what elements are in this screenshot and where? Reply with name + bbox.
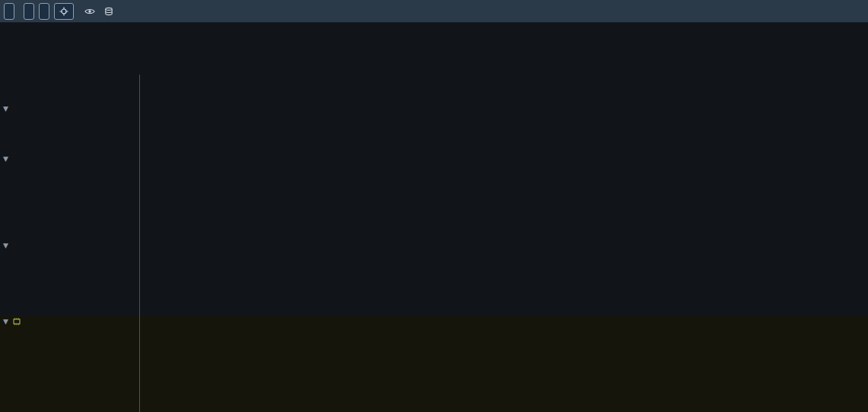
section-game-header[interactable]: ▼: [3, 242, 12, 249]
frames-next-button[interactable]: [24, 3, 34, 20]
collapse-icon: ▼: [3, 242, 8, 249]
section-main-thread-header[interactable]: ▼: [3, 155, 12, 163]
tracy-profiler-window: ▼ ▼ ▼ ▼: [0, 0, 868, 412]
collapse-icon: ▼: [3, 105, 8, 113]
section-memory-header[interactable]: ▼: [3, 317, 29, 326]
collapse-icon: ▼: [3, 155, 8, 163]
crosshair-icon: [59, 7, 68, 16]
frames-expand-button[interactable]: [39, 3, 49, 20]
goto-frame-button[interactable]: [54, 3, 74, 20]
frames-prev-button[interactable]: [4, 3, 14, 20]
layers-icon: [103, 7, 114, 16]
toolbar: [0, 0, 868, 23]
memory-usage-chart[interactable]: [0, 327, 868, 412]
collapse-icon: ▼: [3, 318, 8, 325]
section-opengl-header[interactable]: ▼: [3, 105, 12, 113]
eye-icon: [84, 7, 95, 16]
memory-icon: [12, 317, 21, 326]
view-time-stat: [84, 7, 99, 16]
total-time-stat: [103, 7, 118, 16]
